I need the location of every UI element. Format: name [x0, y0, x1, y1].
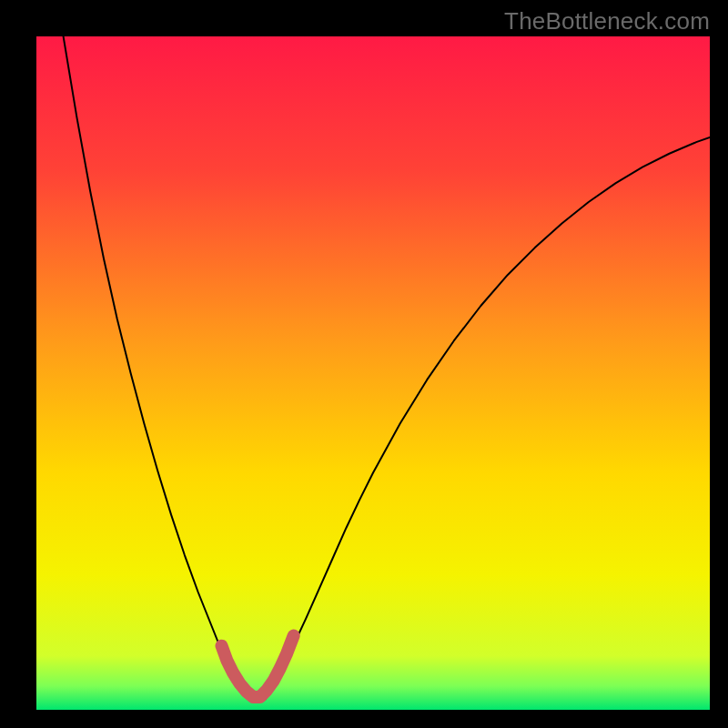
- watermark-text: TheBottleneck.com: [504, 7, 710, 35]
- bottleneck-curve-right: [266, 137, 710, 699]
- bottleneck-curve-left: [64, 36, 252, 699]
- curve-layer: [36, 36, 710, 710]
- plot-area: [36, 36, 710, 710]
- chart-frame: TheBottleneck.com: [0, 0, 728, 728]
- marker-u-shape: [222, 636, 294, 697]
